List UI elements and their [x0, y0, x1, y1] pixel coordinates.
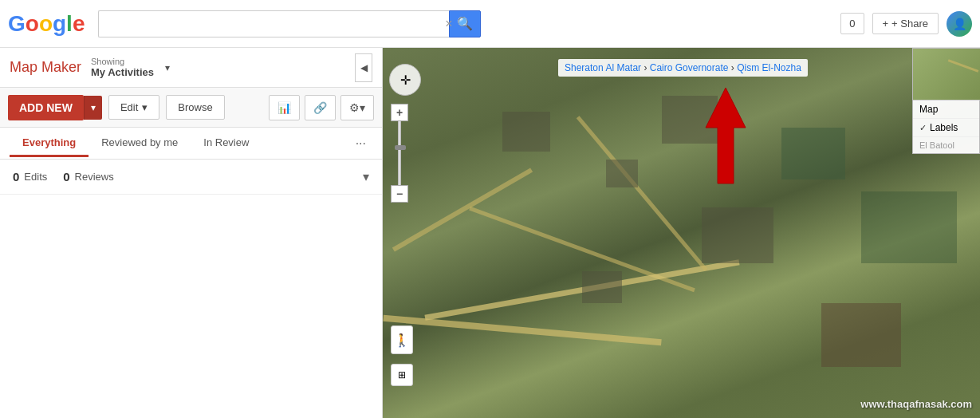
link-icon: 🔗 [313, 101, 327, 114]
map-option-label: Map [919, 104, 938, 115]
link-button[interactable]: 🔗 [305, 95, 336, 120]
search-clear-button[interactable]: × [445, 18, 452, 30]
edits-label: Edits [24, 171, 47, 183]
pan-icon: ✛ [400, 73, 411, 88]
chart-button[interactable]: 📊 [269, 95, 300, 120]
reviews-label: Reviews [75, 171, 114, 183]
breadcrumb-sep1: › [643, 62, 649, 73]
add-new-dropdown-button[interactable]: ▾ [84, 96, 102, 120]
edits-count: 0 [13, 170, 19, 183]
tab-in-review[interactable]: In Review [191, 130, 262, 157]
tab-reviewed[interactable]: Reviewed by me [89, 130, 191, 157]
close-icon: × [445, 17, 452, 30]
zoom-in-button[interactable]: + [391, 104, 408, 121]
share-button[interactable]: + + Share [872, 13, 939, 34]
logo-o2: o [39, 11, 52, 37]
logo-l: l [66, 11, 72, 37]
stats-row: 0 Edits 0 Reviews ▾ [0, 160, 382, 195]
reviews-stat: 0 Reviews [63, 170, 113, 183]
middle-section: Map Maker Showing My Activities ▾ ◀ ADD … [0, 48, 980, 418]
map-container[interactable]: Sheraton Al Matar › Cairo Governorate › … [383, 48, 980, 418]
map-nav-control[interactable]: ✛ [389, 64, 421, 96]
showing-dropdown-button[interactable]: ▾ [165, 62, 170, 73]
map-type-el-batool[interactable]: El Batool [913, 137, 979, 153]
showing-value: My Activities [91, 66, 154, 78]
tab-in-review-label: In Review [203, 136, 249, 148]
tab-everything-label: Everything [22, 136, 76, 148]
el-batool-label: El Batool [919, 140, 954, 150]
map-type-map[interactable]: Map [913, 101, 979, 119]
logo-g2: g [53, 11, 65, 37]
zoom-track[interactable] [398, 121, 401, 185]
tabs-more-button[interactable]: ··· [349, 133, 372, 154]
map-layer-button[interactable]: ⊞ [391, 364, 413, 386]
toolbar-right-controls: 📊 🔗 ⚙▾ [269, 95, 374, 120]
layers-icon: ⊞ [398, 369, 406, 381]
labels-option-label: Labels [930, 122, 958, 133]
share-label: + Share [891, 18, 928, 30]
add-new-button[interactable]: ADD NEW [8, 95, 84, 120]
tabs-row: Everything Reviewed by me In Review ··· [0, 128, 382, 160]
browse-button[interactable]: Browse [166, 95, 224, 120]
edit-label: Edit [120, 101, 138, 113]
minimap [913, 49, 980, 101]
search-container: × 🔍 [98, 10, 481, 37]
breadcrumb-part2[interactable]: Cairo Governorate [650, 62, 729, 73]
left-panel: Map Maker Showing My Activities ▾ ◀ ADD … [0, 48, 383, 418]
top-right-controls: 0 + + Share 👤 [840, 11, 972, 37]
breadcrumb-part1[interactable]: Sheraton Al Matar [565, 62, 641, 73]
map-type-panel: Map ✓ Labels El Batool [912, 48, 980, 154]
map-type-labels[interactable]: ✓ Labels [913, 119, 979, 137]
collapse-panel-button[interactable]: ◀ [355, 53, 372, 82]
pegman-button[interactable]: 🚶 [391, 325, 413, 354]
edit-dropdown-icon: ▾ [142, 101, 148, 113]
logo-o1: o [26, 11, 38, 37]
search-button[interactable]: 🔍 [449, 10, 481, 37]
gear-icon: ⚙ [349, 101, 360, 114]
zoom-controls: + − [391, 104, 408, 203]
edit-button[interactable]: Edit ▾ [108, 95, 159, 120]
top-bar: Google × 🔍 0 + + Share 👤 [0, 0, 980, 48]
showing-container[interactable]: Showing My Activities [91, 57, 154, 78]
plus-icon: + [883, 18, 889, 30]
watermark: www.thaqafnasak.com [860, 398, 972, 410]
tab-everything[interactable]: Everything [10, 130, 89, 157]
search-input[interactable] [98, 10, 449, 37]
chart-icon: 📊 [277, 101, 291, 114]
logo-g: G [8, 11, 25, 37]
tab-reviewed-label: Reviewed by me [101, 136, 178, 148]
google-logo: Google [8, 11, 84, 37]
toolbar-row: ADD NEW ▾ Edit ▾ Browse 📊 🔗 [0, 88, 382, 128]
app-layout: Google × 🔍 0 + + Share 👤 [0, 0, 980, 418]
pegman-icon: 🚶 [394, 333, 410, 348]
settings-button[interactable]: ⚙▾ [340, 95, 374, 120]
avatar[interactable]: 👤 [947, 11, 972, 37]
left-header: Map Maker Showing My Activities ▾ ◀ [0, 48, 382, 88]
logo-e: e [73, 11, 85, 37]
showing-label: Showing [91, 57, 154, 66]
browse-label: Browse [178, 101, 212, 113]
edits-stat: 0 Edits [13, 170, 47, 183]
notification-count[interactable]: 0 [840, 13, 864, 34]
map-background [383, 48, 980, 418]
zoom-thumb[interactable] [395, 145, 406, 150]
zoom-out-button[interactable]: − [391, 185, 408, 203]
reviews-count: 0 [63, 170, 69, 183]
add-new-label: ADD NEW [19, 101, 73, 114]
stats-dropdown-button[interactable]: ▾ [363, 169, 369, 184]
map-maker-title[interactable]: Map Maker [10, 59, 81, 76]
map-breadcrumb: Sheraton Al Matar › Cairo Governorate › … [558, 59, 808, 77]
avatar-image: 👤 [953, 18, 966, 30]
breadcrumb-part3[interactable]: Qism El-Nozha [737, 62, 801, 73]
search-icon: 🔍 [457, 16, 473, 31]
labels-checkmark: ✓ [919, 123, 927, 133]
